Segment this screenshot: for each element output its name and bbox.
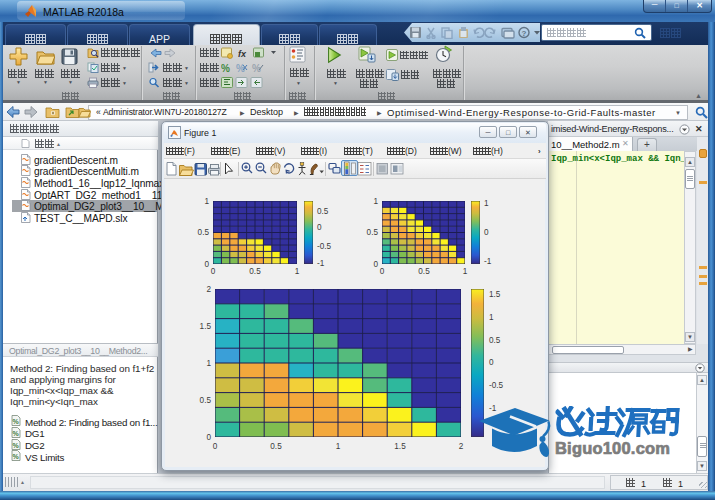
svg-text:%: %	[13, 429, 20, 436]
svg-text:fx: fx	[238, 49, 247, 59]
svg-text:?: ?	[522, 29, 527, 38]
svg-text:%: %	[13, 453, 20, 460]
svg-text:%: %	[221, 63, 230, 74]
svg-text:%: %	[13, 418, 20, 425]
svg-text:%: %	[13, 441, 20, 448]
